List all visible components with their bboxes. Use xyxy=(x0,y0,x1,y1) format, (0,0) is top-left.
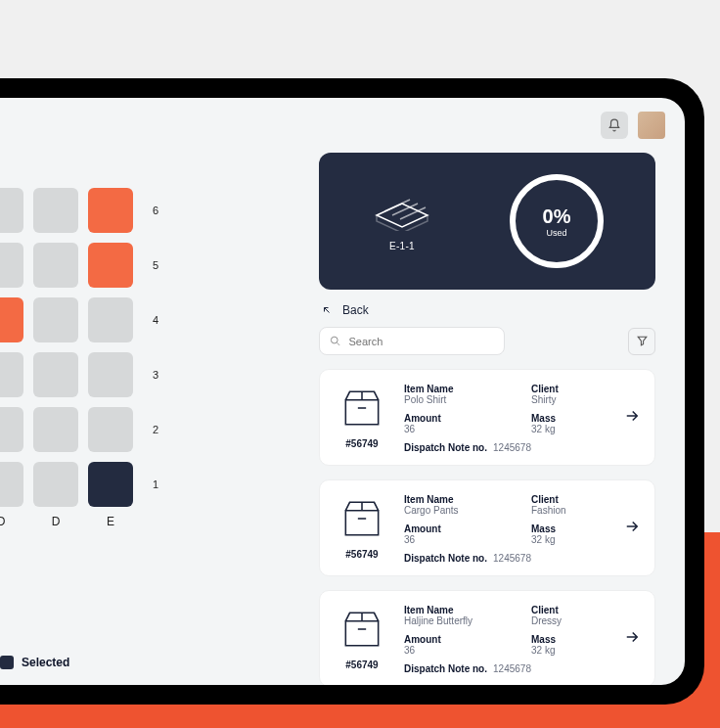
rack-cell[interactable] xyxy=(0,462,23,507)
label-item-name: Item Name xyxy=(404,384,514,394)
value-dispatch: 1245678 xyxy=(493,553,531,564)
rack-id: E-1-1 xyxy=(389,241,415,251)
open-item-arrow[interactable] xyxy=(623,407,641,429)
value-client: Shirty xyxy=(531,394,641,405)
chevron-right-icon xyxy=(623,628,641,646)
item-fields: Item Name Cargo Pants Client Fashion Amo… xyxy=(404,494,641,564)
filter-button[interactable] xyxy=(628,328,655,355)
value-item-name: Polo Shirt xyxy=(404,394,514,405)
box-icon xyxy=(338,494,386,543)
rack-cell[interactable] xyxy=(88,462,133,507)
item-card[interactable]: #56749 Item Name Haljine Butterfly Clien… xyxy=(319,590,655,685)
app-screen: 654321 DDE Selected xyxy=(0,98,685,685)
rack-cell[interactable] xyxy=(88,188,133,233)
legend-swatch xyxy=(0,656,14,669)
rack-cell[interactable] xyxy=(88,243,133,288)
rack-cell[interactable] xyxy=(33,243,78,288)
row-label: 2 xyxy=(153,424,158,435)
rack-cell[interactable] xyxy=(0,188,23,233)
pallet-icon xyxy=(371,192,433,231)
rack-cell[interactable] xyxy=(0,352,23,397)
details-panel: E-1-1 0% Used Back xyxy=(313,98,685,685)
value-client: Dressy xyxy=(531,615,641,626)
item-illustration: #56749 xyxy=(334,494,390,560)
search-icon xyxy=(330,335,340,347)
legend-selected: Selected xyxy=(0,656,69,669)
label-amount: Amount xyxy=(404,523,514,534)
label-dispatch: Dispatch Note no. xyxy=(404,553,487,564)
chevron-right-icon xyxy=(623,518,641,535)
label-client: Client xyxy=(531,384,641,394)
item-illustration: #56749 xyxy=(334,605,390,670)
label-amount: Amount xyxy=(404,634,514,645)
label-client: Client xyxy=(531,494,641,505)
usage-ring: 0% Used xyxy=(510,174,604,268)
rack-cell[interactable] xyxy=(0,407,23,452)
row-label: 3 xyxy=(153,369,158,381)
item-card[interactable]: #56749 Item Name Cargo Pants Client Fash… xyxy=(319,479,655,576)
search-input[interactable] xyxy=(348,336,494,347)
value-dispatch: 1245678 xyxy=(493,663,531,674)
rack-grid xyxy=(0,188,284,507)
row-label: 6 xyxy=(153,205,158,216)
item-card[interactable]: #56749 Item Name Polo Shirt Client Shirt… xyxy=(319,369,655,466)
value-amount: 36 xyxy=(404,645,514,656)
label-item-name: Item Name xyxy=(404,494,514,505)
box-icon xyxy=(338,605,386,654)
rack-cell[interactable] xyxy=(33,188,78,233)
svg-point-0 xyxy=(331,337,338,343)
value-item-name: Haljine Butterfly xyxy=(404,615,514,626)
label-client: Client xyxy=(531,605,641,615)
tablet-frame: 654321 DDE Selected xyxy=(0,78,704,705)
rack-cell[interactable] xyxy=(33,462,78,507)
rack-cell[interactable] xyxy=(33,352,78,397)
value-amount: 36 xyxy=(404,424,514,434)
item-illustration: #56749 xyxy=(334,384,390,449)
arrow-up-left-icon xyxy=(321,304,333,316)
item-fields: Item Name Polo Shirt Client Shirty Amoun… xyxy=(404,384,641,453)
rack-summary-card: E-1-1 0% Used xyxy=(319,153,655,290)
value-dispatch: 1245678 xyxy=(493,442,531,453)
rack-cell[interactable] xyxy=(88,352,133,397)
row-label: 4 xyxy=(153,314,158,326)
legend-label: Selected xyxy=(22,656,69,669)
row-label: 5 xyxy=(153,259,158,271)
value-item-name: Cargo Pants xyxy=(404,505,514,516)
rack-cell[interactable] xyxy=(0,297,23,342)
filter-icon xyxy=(636,335,649,347)
label-item-name: Item Name xyxy=(404,605,514,615)
rack-cell[interactable] xyxy=(33,407,78,452)
box-icon xyxy=(338,384,386,432)
value-amount: 36 xyxy=(404,534,514,545)
col-label: D xyxy=(0,515,23,528)
label-amount: Amount xyxy=(404,413,514,424)
rack-grid-panel: 654321 DDE Selected xyxy=(0,98,313,685)
item-id: #56749 xyxy=(345,660,378,670)
rack-cell[interactable] xyxy=(0,243,23,288)
rack-cell[interactable] xyxy=(33,297,78,342)
open-item-arrow[interactable] xyxy=(623,518,641,539)
item-id: #56749 xyxy=(345,549,378,560)
usage-label: Used xyxy=(546,228,566,238)
item-id: #56749 xyxy=(345,438,378,449)
col-label: E xyxy=(88,515,133,528)
chevron-right-icon xyxy=(623,407,641,425)
rack-cell[interactable] xyxy=(88,297,133,342)
item-fields: Item Name Haljine Butterfly Client Dress… xyxy=(404,605,641,674)
open-item-arrow[interactable] xyxy=(623,628,641,650)
back-label: Back xyxy=(342,303,369,317)
col-label: D xyxy=(33,515,78,528)
usage-percent: 0% xyxy=(543,205,571,228)
label-dispatch: Dispatch Note no. xyxy=(404,663,487,674)
back-button[interactable]: Back xyxy=(321,303,655,317)
value-client: Fashion xyxy=(531,505,641,516)
row-label: 1 xyxy=(153,478,158,490)
search-box[interactable] xyxy=(319,327,505,355)
rack-cell[interactable] xyxy=(88,407,133,452)
label-dispatch: Dispatch Note no. xyxy=(404,442,487,453)
